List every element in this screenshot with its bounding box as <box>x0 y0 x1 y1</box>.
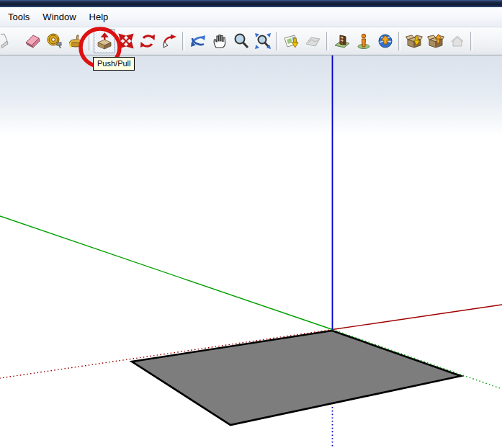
viewport[interactable] <box>0 55 502 448</box>
get-models-button[interactable] <box>403 29 425 53</box>
menu-bar: Tools Window Help <box>0 7 502 27</box>
photo-textures-button[interactable] <box>331 29 353 53</box>
tape-measure-icon <box>45 32 63 50</box>
clipped-tool-button[interactable] <box>0 29 22 53</box>
orbit-icon <box>189 32 207 50</box>
share-models-button[interactable] <box>425 29 447 53</box>
rotate-button[interactable] <box>137 29 158 53</box>
share-component-icon <box>449 32 466 50</box>
green-axis-solid <box>0 216 333 330</box>
move-button[interactable] <box>115 29 137 53</box>
model-figure-icon <box>355 32 372 50</box>
clipped-tool-icon <box>0 32 12 50</box>
toolbar <box>0 27 502 55</box>
google-earth-button[interactable] <box>375 29 396 53</box>
move-icon <box>117 32 135 50</box>
toolbar-separator <box>276 32 279 50</box>
eraser-icon <box>24 32 41 50</box>
follow-me-icon <box>161 32 178 50</box>
title-bar <box>0 0 502 7</box>
zoom-extents-button[interactable] <box>252 29 274 53</box>
toggle-terrain-icon <box>305 32 322 50</box>
menu-help[interactable]: Help <box>83 9 115 24</box>
share-component-button[interactable] <box>447 29 468 53</box>
zoom-button[interactable] <box>230 29 252 53</box>
toolbar-separator <box>182 32 185 50</box>
menu-window[interactable]: Window <box>36 9 82 24</box>
pushpull-tooltip: Push/Pull <box>93 57 135 71</box>
toolbar-separator <box>470 32 473 50</box>
zoom-icon <box>233 32 250 50</box>
photo-textures-icon <box>333 32 351 50</box>
paint-bucket-button[interactable] <box>65 29 86 53</box>
orbit-button[interactable] <box>187 29 209 53</box>
get-models-icon <box>405 32 423 50</box>
push-pull-button[interactable] <box>94 29 115 53</box>
add-location-button[interactable] <box>281 29 302 53</box>
tape-measure-button[interactable] <box>43 29 65 53</box>
ground-face[interactable] <box>132 331 461 425</box>
follow-me-button[interactable] <box>158 29 180 53</box>
toggle-terrain-button[interactable] <box>302 29 324 53</box>
pan-icon <box>211 32 228 50</box>
toolbar-separator <box>398 32 401 50</box>
paint-bucket-icon <box>67 32 84 50</box>
menu-tools[interactable]: Tools <box>1 9 36 24</box>
share-models-icon <box>427 32 444 50</box>
add-location-icon <box>283 32 300 50</box>
red-axis-solid <box>333 305 502 330</box>
model-figure-button[interactable] <box>353 29 375 53</box>
scene-svg <box>0 55 502 448</box>
pan-button[interactable] <box>209 29 230 53</box>
zoom-extents-icon <box>254 32 272 50</box>
rotate-icon <box>139 32 156 50</box>
toolbar-separator <box>89 32 91 50</box>
eraser-button[interactable] <box>22 29 43 53</box>
push-pull-icon <box>96 32 113 50</box>
google-earth-icon <box>377 32 394 50</box>
toolbar-separator <box>326 32 329 50</box>
